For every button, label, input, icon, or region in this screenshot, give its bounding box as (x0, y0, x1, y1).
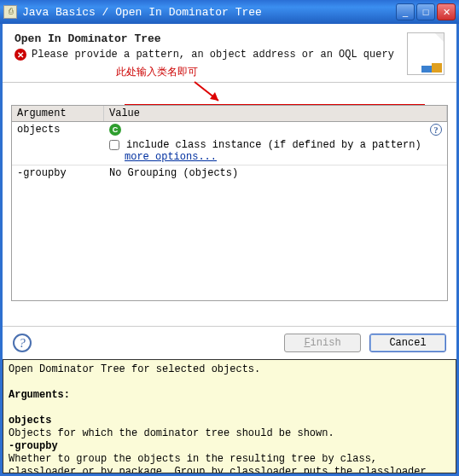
svg-marker-1 (210, 92, 218, 101)
include-class-instance-checkbox[interactable] (109, 140, 119, 150)
more-options-link[interactable]: more options... (125, 151, 442, 163)
table-header-row: Argument Value (12, 106, 447, 122)
help-line-intro: Open Dominator Tree for selected objects… (9, 363, 450, 376)
window-title: Java Basics / Open In Dominator Tree (22, 6, 396, 19)
wizard-icon (407, 32, 444, 75)
page-title: Open In Dominator Tree (15, 32, 407, 45)
arg-name-groupby: -groupby (12, 165, 104, 181)
table-row: -groupby No Grouping (objects) (12, 165, 447, 181)
help-groupby-heading: -groupby (9, 440, 58, 452)
help-panel: Open Dominator Tree for selected objects… (3, 359, 456, 473)
table-row: objects C ? include class instance (if d… (12, 122, 447, 165)
include-class-instance-label: include class instance (if defined by a … (126, 139, 421, 151)
help-objects-heading: objects (9, 415, 51, 427)
help-icon[interactable]: ? (13, 334, 32, 352)
app-icon: ⎙ (3, 5, 17, 19)
help-groupby-desc: Whether to group the objects in the resu… (9, 453, 427, 473)
finish-button[interactable]: FFinishinish (284, 334, 361, 352)
error-icon: ✕ (15, 49, 26, 61)
dialog-body: Open In Dominator Tree ✕ Please provide … (0, 24, 459, 476)
class-marker-icon: C (109, 124, 121, 136)
col-header-value: Value (104, 106, 447, 121)
arg-value-groupby[interactable]: No Grouping (objects) (104, 165, 447, 181)
button-bar: ? FFinishinish Cancel (3, 326, 456, 359)
error-message: ✕ Please provide a pattern, an object ad… (15, 49, 407, 61)
arg-name-objects: objects (12, 122, 104, 137)
arguments-table: Argument Value objects C ? include class… (11, 105, 448, 301)
annotation-arrow-icon (193, 80, 227, 106)
window-buttons: _ □ ✕ (396, 3, 456, 20)
field-help-icon[interactable]: ? (430, 124, 442, 136)
svg-line-0 (195, 82, 218, 101)
col-header-argument: Argument (12, 106, 104, 121)
help-arguments-heading: Arguments: (9, 389, 70, 401)
help-objects-desc: Objects for which the dominator tree sho… (9, 427, 334, 439)
titlebar: ⎙ Java Basics / Open In Dominator Tree _… (0, 0, 459, 24)
error-text: Please provide a pattern, an object addr… (32, 49, 394, 61)
maximize-icon[interactable]: □ (416, 3, 435, 20)
dialog-header: Open In Dominator Tree ✕ Please provide … (3, 24, 456, 83)
minimize-icon[interactable]: _ (396, 3, 415, 20)
close-icon[interactable]: ✕ (437, 3, 456, 20)
cancel-button[interactable]: Cancel (369, 334, 446, 352)
